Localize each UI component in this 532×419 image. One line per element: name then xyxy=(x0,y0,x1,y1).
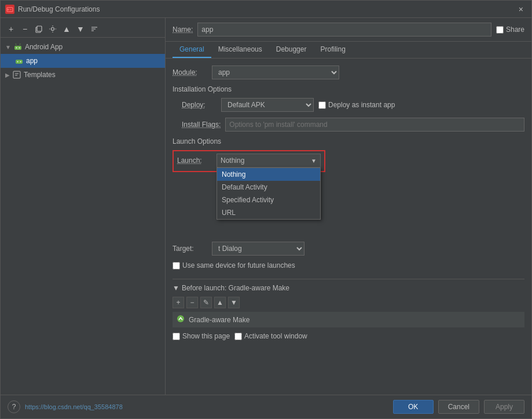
tab-miscellaneous[interactable]: Miscellaneous xyxy=(211,42,269,58)
help-button[interactable]: ? xyxy=(8,400,20,413)
templates-icon xyxy=(12,70,21,79)
launch-label: Launch: xyxy=(177,156,212,165)
before-launch-section: ▼ Before launch: Gradle-aware Make + − ✎… xyxy=(173,279,524,340)
tab-debugger[interactable]: Debugger xyxy=(269,42,314,58)
launch-dropdown-container: Nothing ▼ Nothing Default Activity xyxy=(217,154,321,167)
deploy-instant-checkbox[interactable] xyxy=(318,101,326,109)
bl-down-button[interactable]: ▼ xyxy=(228,297,240,308)
target-row: Target: t Dialog xyxy=(173,242,524,256)
footer-url: https://blog.csdn.net/qq_35584878 xyxy=(25,403,123,410)
name-bar: Name: Share xyxy=(166,18,531,42)
bl-up-button[interactable]: ▲ xyxy=(214,297,226,308)
tree-item-android-app[interactable]: ▼ Android App xyxy=(1,40,165,54)
svg-point-15 xyxy=(17,61,19,63)
android-app-label: Android App xyxy=(25,43,63,51)
apply-button[interactable]: Apply xyxy=(484,400,524,414)
tree-item-app[interactable]: app xyxy=(1,54,165,68)
activate-tool-window-text: Activate tool window xyxy=(244,332,307,340)
window-icon xyxy=(5,5,14,14)
cancel-button[interactable]: Cancel xyxy=(438,400,479,414)
launch-row: Launch: Nothing ▼ Nothing xyxy=(177,154,321,167)
svg-rect-4 xyxy=(37,26,42,31)
close-button[interactable]: × xyxy=(515,3,527,15)
module-select[interactable]: app xyxy=(212,65,339,79)
bl-edit-button[interactable]: ✎ xyxy=(200,297,212,308)
copy-config-button[interactable] xyxy=(33,23,45,35)
svg-rect-17 xyxy=(13,71,20,78)
launch-options-title: Launch Options xyxy=(173,137,524,145)
move-up-button[interactable]: ▲ xyxy=(61,23,72,35)
launch-chevron-icon: ▼ xyxy=(311,158,317,164)
deploy-label: Deploy: xyxy=(182,101,217,109)
use-same-device-checkbox[interactable] xyxy=(173,262,180,269)
tab-profiling[interactable]: Profiling xyxy=(313,42,352,58)
add-config-button[interactable]: + xyxy=(5,23,17,35)
right-panel: Name: Share General Miscellaneous Debugg… xyxy=(166,18,531,395)
window-title: Run/Debug Configurations xyxy=(18,5,100,13)
name-label: Name: xyxy=(173,25,193,34)
svg-point-10 xyxy=(16,48,17,49)
launch-option-specified-activity[interactable]: Specified Activity xyxy=(217,194,320,206)
launch-option-nothing-label: Nothing xyxy=(222,170,245,178)
move-down-button[interactable]: ▼ xyxy=(75,23,86,35)
activate-tool-window-checkbox[interactable] xyxy=(234,333,242,340)
before-launch-label: Before launch: Gradle-aware Make xyxy=(182,284,289,292)
sort-button[interactable] xyxy=(89,23,100,35)
launch-dropdown-trigger[interactable]: Nothing ▼ xyxy=(217,154,321,167)
launch-option-default-activity-label: Default Activity xyxy=(222,183,267,191)
tree-arrow-templates: ▶ xyxy=(5,72,10,78)
svg-rect-9 xyxy=(14,46,21,50)
share-checkbox[interactable] xyxy=(496,26,504,34)
tree-item-templates[interactable]: ▶ Templates xyxy=(1,68,165,82)
show-page-row: Show this page Activate tool window xyxy=(173,332,524,340)
tree-arrow-android-app: ▼ xyxy=(5,44,11,50)
ok-button[interactable]: OK xyxy=(393,400,434,414)
svg-line-13 xyxy=(20,44,20,45)
templates-label: Templates xyxy=(24,71,56,79)
share-section: Share xyxy=(496,25,524,34)
tabs-bar: General Miscellaneous Debugger Profiling xyxy=(166,42,531,59)
title-bar-left: Run/Debug Configurations xyxy=(5,5,100,14)
target-select[interactable]: t Dialog xyxy=(212,242,304,256)
title-bar: Run/Debug Configurations × xyxy=(1,1,531,18)
launch-dropdown-menu: Nothing Default Activity Specified Activ… xyxy=(217,167,321,220)
launch-option-url[interactable]: URL xyxy=(217,206,320,219)
module-label: Module: xyxy=(173,68,207,76)
show-page-checkbox[interactable] xyxy=(173,333,180,340)
svg-point-20 xyxy=(177,315,184,322)
svg-point-5 xyxy=(52,27,54,30)
gradle-icon xyxy=(176,314,185,325)
android-app-icon xyxy=(13,42,23,52)
bottom-bar: ? https://blog.csdn.net/qq_35584878 OK C… xyxy=(1,395,531,418)
launch-option-nothing[interactable]: Nothing xyxy=(217,168,320,181)
svg-point-11 xyxy=(19,48,20,49)
app-icon xyxy=(14,56,24,65)
install-flags-input[interactable] xyxy=(225,118,524,132)
share-label: Share xyxy=(506,25,524,34)
tab-general[interactable]: General xyxy=(173,42,211,58)
bl-add-button[interactable]: + xyxy=(173,297,184,308)
launch-option-default-activity[interactable]: Default Activity xyxy=(217,181,320,194)
tab-general-label: General xyxy=(179,45,204,53)
deploy-select[interactable]: Default APK xyxy=(221,98,314,112)
svg-line-12 xyxy=(16,44,16,45)
main-content: + − ▲ ▼ xyxy=(1,18,531,395)
launch-option-url-label: URL xyxy=(222,209,236,217)
sidebar: + − ▲ ▼ xyxy=(1,18,166,395)
name-input[interactable] xyxy=(197,23,491,37)
gradle-make-label: Gradle-aware Make xyxy=(189,316,250,324)
svg-point-16 xyxy=(20,61,21,63)
tab-profiling-label: Profiling xyxy=(320,45,345,53)
sidebar-toolbar: + − ▲ ▼ xyxy=(1,20,165,38)
launch-options-section: Launch Options Launch: Nothing ▼ xyxy=(173,137,524,172)
use-same-device-label: Use same device for future launches xyxy=(182,261,295,269)
launch-selected-value: Nothing xyxy=(221,156,244,165)
settings-button[interactable] xyxy=(47,23,58,35)
remove-config-button[interactable]: − xyxy=(19,23,31,35)
install-flags-label: Install Flags: xyxy=(182,121,221,129)
deploy-section: Deploy: Default APK Deploy as instant ap… xyxy=(173,98,524,132)
target-label: Target: xyxy=(173,245,207,253)
deploy-instant-label: Deploy as instant app xyxy=(318,101,395,109)
bottom-left: ? https://blog.csdn.net/qq_35584878 xyxy=(8,400,123,413)
bl-remove-button[interactable]: − xyxy=(186,297,198,308)
